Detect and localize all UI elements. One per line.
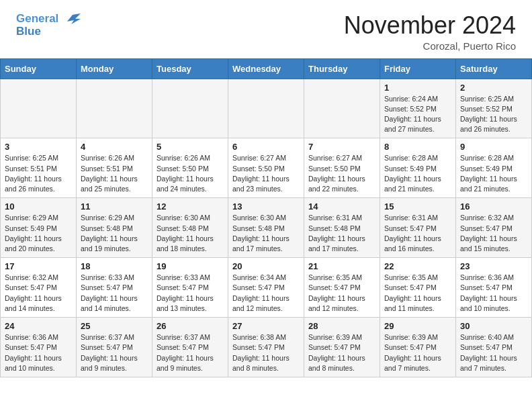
weekday-header-friday: Friday (380, 58, 456, 79)
calendar-cell (304, 79, 380, 138)
day-number: 5 (157, 142, 224, 152)
day-number: 18 (81, 261, 148, 271)
day-number: 20 (232, 261, 300, 271)
day-info: Sunrise: 6:26 AMSunset: 5:51 PMDaylight:… (81, 153, 148, 194)
calendar-week-row: 3Sunrise: 6:25 AMSunset: 5:51 PMDaylight… (1, 138, 532, 198)
day-number: 16 (460, 201, 527, 212)
calendar-week-row: 10Sunrise: 6:29 AMSunset: 5:49 PMDayligh… (1, 198, 532, 258)
day-number: 14 (308, 201, 375, 212)
day-number: 1 (384, 83, 451, 93)
day-info: Sunrise: 6:31 AMSunset: 5:47 PMDaylight:… (384, 213, 451, 254)
calendar-cell: 13Sunrise: 6:30 AMSunset: 5:48 PMDayligh… (228, 198, 304, 258)
calendar-cell: 14Sunrise: 6:31 AMSunset: 5:48 PMDayligh… (304, 198, 380, 258)
day-info: Sunrise: 6:25 AMSunset: 5:52 PMDaylight:… (460, 94, 527, 135)
weekday-header-wednesday: Wednesday (228, 58, 304, 79)
calendar-cell: 30Sunrise: 6:40 AMSunset: 5:47 PMDayligh… (456, 318, 532, 377)
calendar-cell: 16Sunrise: 6:32 AMSunset: 5:47 PMDayligh… (456, 198, 532, 258)
calendar-cell: 18Sunrise: 6:33 AMSunset: 5:47 PMDayligh… (77, 258, 152, 318)
weekday-header-row: SundayMondayTuesdayWednesdayThursdayFrid… (1, 58, 532, 79)
calendar-cell: 6Sunrise: 6:27 AMSunset: 5:50 PMDaylight… (228, 138, 304, 198)
day-info: Sunrise: 6:25 AMSunset: 5:51 PMDaylight:… (5, 153, 72, 194)
day-info: Sunrise: 6:29 AMSunset: 5:48 PMDaylight:… (81, 213, 148, 254)
day-number: 19 (157, 261, 224, 271)
day-number: 4 (81, 142, 148, 152)
calendar-cell: 8Sunrise: 6:28 AMSunset: 5:49 PMDaylight… (380, 138, 456, 198)
day-info: Sunrise: 6:36 AMSunset: 5:47 PMDaylight:… (460, 273, 527, 314)
weekday-header-saturday: Saturday (456, 58, 532, 79)
day-info: Sunrise: 6:40 AMSunset: 5:47 PMDaylight:… (460, 332, 527, 373)
day-info: Sunrise: 6:32 AMSunset: 5:47 PMDaylight:… (460, 213, 527, 254)
calendar-cell: 24Sunrise: 6:36 AMSunset: 5:47 PMDayligh… (1, 318, 77, 377)
calendar-header: SundayMondayTuesdayWednesdayThursdayFrid… (1, 58, 532, 79)
calendar-week-row: 24Sunrise: 6:36 AMSunset: 5:47 PMDayligh… (1, 318, 532, 377)
calendar-cell: 25Sunrise: 6:37 AMSunset: 5:47 PMDayligh… (77, 318, 152, 377)
day-info: Sunrise: 6:27 AMSunset: 5:50 PMDaylight:… (308, 153, 375, 194)
day-number: 10 (5, 201, 72, 212)
calendar-cell: 19Sunrise: 6:33 AMSunset: 5:47 PMDayligh… (152, 258, 228, 318)
day-number: 15 (384, 201, 451, 212)
day-info: Sunrise: 6:31 AMSunset: 5:48 PMDaylight:… (308, 213, 375, 254)
logo: General Blue (16, 12, 81, 38)
logo-bird-icon (63, 12, 81, 27)
calendar-body: 1Sunrise: 6:24 AMSunset: 5:52 PMDaylight… (1, 79, 532, 377)
day-info: Sunrise: 6:32 AMSunset: 5:47 PMDaylight:… (5, 273, 72, 314)
calendar-cell: 29Sunrise: 6:39 AMSunset: 5:47 PMDayligh… (380, 318, 456, 377)
calendar-cell: 21Sunrise: 6:35 AMSunset: 5:47 PMDayligh… (304, 258, 380, 318)
day-number: 2 (460, 83, 527, 93)
day-number: 28 (308, 321, 375, 331)
weekday-header-tuesday: Tuesday (152, 58, 228, 79)
calendar-cell: 20Sunrise: 6:34 AMSunset: 5:47 PMDayligh… (228, 258, 304, 318)
day-info: Sunrise: 6:39 AMSunset: 5:47 PMDaylight:… (384, 332, 451, 373)
day-info: Sunrise: 6:37 AMSunset: 5:47 PMDaylight:… (157, 332, 224, 373)
day-number: 8 (384, 142, 451, 152)
svg-marker-0 (67, 13, 81, 24)
day-number: 12 (157, 201, 224, 212)
day-info: Sunrise: 6:39 AMSunset: 5:47 PMDaylight:… (308, 332, 375, 373)
day-info: Sunrise: 6:26 AMSunset: 5:50 PMDaylight:… (157, 153, 224, 194)
day-info: Sunrise: 6:24 AMSunset: 5:52 PMDaylight:… (384, 94, 451, 135)
day-number: 7 (308, 142, 375, 152)
calendar-cell: 10Sunrise: 6:29 AMSunset: 5:49 PMDayligh… (1, 198, 77, 258)
day-number: 6 (232, 142, 300, 152)
day-number: 3 (5, 142, 72, 152)
calendar-cell: 2Sunrise: 6:25 AMSunset: 5:52 PMDaylight… (456, 79, 532, 138)
day-number: 23 (460, 261, 527, 271)
day-info: Sunrise: 6:28 AMSunset: 5:49 PMDaylight:… (460, 153, 527, 194)
calendar-cell (228, 79, 304, 138)
day-number: 25 (81, 321, 148, 331)
calendar-cell: 9Sunrise: 6:28 AMSunset: 5:49 PMDaylight… (456, 138, 532, 198)
page-header: General Blue November 2024 Corozal, Puer… (0, 0, 532, 58)
day-info: Sunrise: 6:29 AMSunset: 5:49 PMDaylight:… (5, 213, 72, 254)
day-number: 17 (5, 261, 72, 271)
weekday-header-thursday: Thursday (304, 58, 380, 79)
calendar-cell: 26Sunrise: 6:37 AMSunset: 5:47 PMDayligh… (152, 318, 228, 377)
location-subtitle: Corozal, Puerto Rico (344, 40, 516, 52)
day-number: 27 (232, 321, 300, 331)
logo-bottom-text: Blue (16, 26, 81, 38)
calendar-cell: 4Sunrise: 6:26 AMSunset: 5:51 PMDaylight… (77, 138, 152, 198)
day-info: Sunrise: 6:30 AMSunset: 5:48 PMDaylight:… (157, 213, 224, 254)
day-info: Sunrise: 6:38 AMSunset: 5:47 PMDaylight:… (232, 332, 300, 373)
calendar-cell (77, 79, 152, 138)
calendar-cell: 28Sunrise: 6:39 AMSunset: 5:47 PMDayligh… (304, 318, 380, 377)
weekday-header-sunday: Sunday (1, 58, 77, 79)
day-info: Sunrise: 6:35 AMSunset: 5:47 PMDaylight:… (384, 273, 451, 314)
day-number: 13 (232, 201, 300, 212)
day-number: 22 (384, 261, 451, 271)
month-title: November 2024 (344, 12, 516, 39)
day-number: 9 (460, 142, 527, 152)
title-block: November 2024 Corozal, Puerto Rico (344, 12, 516, 52)
day-number: 30 (460, 321, 527, 331)
day-info: Sunrise: 6:35 AMSunset: 5:47 PMDaylight:… (308, 273, 375, 314)
calendar-week-row: 17Sunrise: 6:32 AMSunset: 5:47 PMDayligh… (1, 258, 532, 318)
day-number: 29 (384, 321, 451, 331)
calendar-cell: 12Sunrise: 6:30 AMSunset: 5:48 PMDayligh… (152, 198, 228, 258)
day-info: Sunrise: 6:34 AMSunset: 5:47 PMDaylight:… (232, 273, 300, 314)
calendar-table: SundayMondayTuesdayWednesdayThursdayFrid… (0, 58, 532, 377)
day-info: Sunrise: 6:36 AMSunset: 5:47 PMDaylight:… (5, 332, 72, 373)
calendar-cell: 15Sunrise: 6:31 AMSunset: 5:47 PMDayligh… (380, 198, 456, 258)
day-info: Sunrise: 6:27 AMSunset: 5:50 PMDaylight:… (232, 153, 300, 194)
calendar-cell: 27Sunrise: 6:38 AMSunset: 5:47 PMDayligh… (228, 318, 304, 377)
calendar-cell: 22Sunrise: 6:35 AMSunset: 5:47 PMDayligh… (380, 258, 456, 318)
calendar-cell (1, 79, 77, 138)
